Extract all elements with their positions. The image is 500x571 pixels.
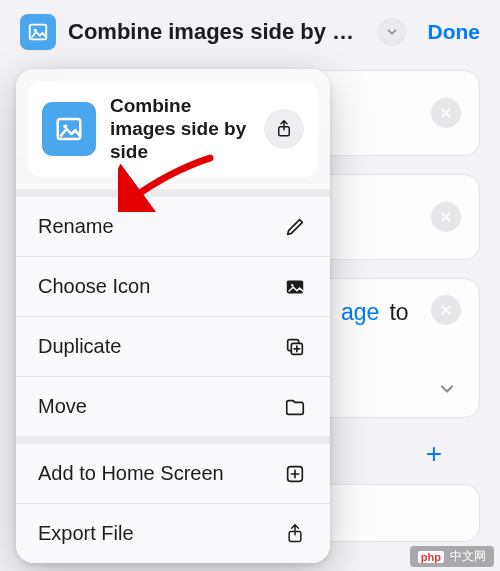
expand-action-button[interactable] xyxy=(437,379,457,403)
folder-icon xyxy=(282,396,308,418)
duplicate-icon xyxy=(282,336,308,358)
menu-item-export-file[interactable]: Export File xyxy=(16,504,330,563)
menu-label: Add to Home Screen xyxy=(38,462,224,485)
svg-point-6 xyxy=(291,284,293,286)
close-icon xyxy=(439,210,453,224)
watermark: php 中文网 xyxy=(410,546,494,567)
popover-title: Combine images side by side xyxy=(110,95,250,163)
remove-action-button[interactable] xyxy=(431,295,461,325)
image-icon xyxy=(282,276,308,298)
menu-item-duplicate[interactable]: Duplicate xyxy=(16,317,330,377)
menu-label: Rename xyxy=(38,215,114,238)
picture-icon xyxy=(27,21,49,43)
action-inline-params: age to xyxy=(341,299,409,326)
menu-separator xyxy=(16,436,330,444)
shortcut-title[interactable]: Combine images side by side xyxy=(68,19,366,45)
menu-item-add-home[interactable]: Add to Home Screen xyxy=(16,444,330,504)
header-bar: Combine images side by side Done xyxy=(0,0,500,62)
remove-action-button[interactable] xyxy=(431,98,461,128)
shortcut-large-icon xyxy=(42,102,96,156)
shortcut-options-popover: Combine images side by side Rename Choos… xyxy=(16,69,330,563)
menu-label: Move xyxy=(38,395,87,418)
share-up-icon xyxy=(282,523,308,545)
add-action-button[interactable]: + xyxy=(426,438,442,470)
plus-square-icon xyxy=(282,463,308,485)
chevron-down-icon xyxy=(385,25,399,39)
menu-label: Duplicate xyxy=(38,335,121,358)
menu-separator xyxy=(16,189,330,197)
chevron-down-icon xyxy=(437,379,457,399)
action-word: to xyxy=(389,299,408,326)
share-button[interactable] xyxy=(264,109,304,149)
action-token[interactable]: age xyxy=(341,299,379,326)
menu-item-rename[interactable]: Rename xyxy=(16,197,330,257)
menu-item-choose-icon[interactable]: Choose Icon xyxy=(16,257,330,317)
remove-action-button[interactable] xyxy=(431,202,461,232)
menu-label: Export File xyxy=(38,522,134,545)
watermark-logo: php xyxy=(418,551,444,563)
shortcut-app-icon[interactable] xyxy=(20,14,56,50)
done-button[interactable]: Done xyxy=(418,20,481,44)
share-icon xyxy=(275,119,293,139)
watermark-text: 中文网 xyxy=(450,548,486,565)
menu-label: Choose Icon xyxy=(38,275,150,298)
menu-item-move[interactable]: Move xyxy=(16,377,330,436)
close-icon xyxy=(439,303,453,317)
pencil-icon xyxy=(282,216,308,238)
picture-icon xyxy=(54,114,84,144)
title-menu-button[interactable] xyxy=(378,18,406,46)
close-icon xyxy=(439,106,453,120)
popover-header: Combine images side by side xyxy=(28,81,318,177)
